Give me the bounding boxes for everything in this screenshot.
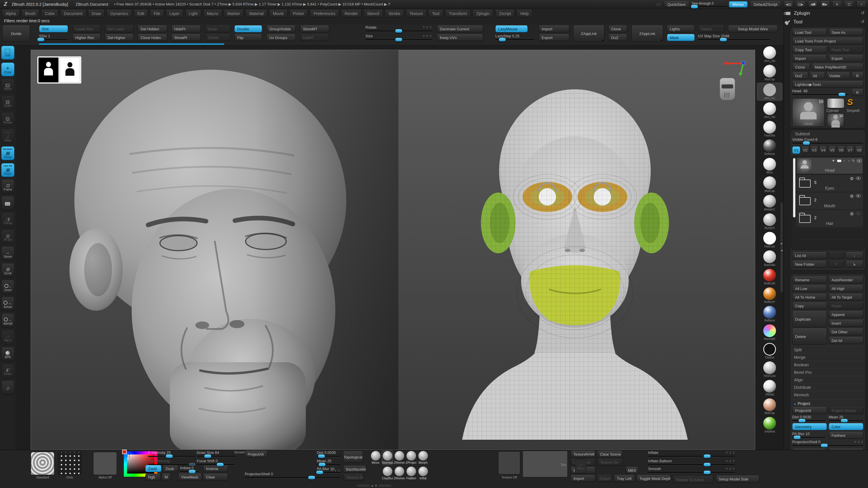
uv-map-size-slider[interactable]: UV Map Size 2048 (698, 34, 770, 40)
clear-scene-button[interactable]: Clear Scene (597, 451, 623, 458)
divide-button[interactable]: Divide (2, 26, 30, 42)
save-as-button[interactable]: Save As (829, 29, 863, 36)
tool-header[interactable]: Tool ↺ (786, 19, 865, 25)
material-swatch[interactable]: JellyBea (757, 416, 782, 434)
material-swatch[interactable]: ReflectY (757, 287, 782, 304)
restore-icon[interactable] (844, 1, 854, 7)
visibility-eye-icon[interactable] (857, 159, 862, 162)
version-tab[interactable]: V4 (819, 146, 827, 154)
material-swatch[interactable]: ZMetal (757, 379, 782, 397)
clone-button[interactable]: Clone (608, 26, 627, 32)
subsection-row[interactable]: Align (790, 376, 865, 383)
brush-thumbnail[interactable]: Standar (382, 451, 393, 464)
halftone-icon[interactable]: ◐ (843, 159, 845, 163)
project-color-toggle[interactable]: Color (829, 423, 863, 430)
textureraw-button[interactable]: TextureRAW (570, 451, 595, 458)
menu-item[interactable]: Stencil (363, 10, 383, 18)
menu-item[interactable]: Brush (22, 10, 40, 18)
material-swatch[interactable]: zbro_mc (757, 83, 782, 101)
all-to-target-button[interactable]: All To Target (829, 294, 863, 301)
dock-tool-button[interactable]: Line Fill ▦ PolyF (1, 163, 14, 177)
brush-thumbnail[interactable]: Flatten (406, 466, 416, 480)
project-geometry-toggle[interactable]: Geometry (792, 423, 827, 430)
flip-button[interactable]: Flip (235, 34, 262, 41)
material-swatch[interactable]: HSVColo (757, 361, 782, 378)
cylinder-tool-thumbnail[interactable] (827, 98, 844, 108)
tray-left-button[interactable]: Tray Left (614, 475, 635, 482)
version-tab[interactable]: V8 (855, 146, 863, 154)
pa-blur-slider[interactable]: PA Blur 10 (792, 432, 825, 438)
menus-toggle[interactable]: Menus (729, 1, 748, 7)
menu-item[interactable]: Tool (428, 10, 443, 18)
bottom-pa-blur-slider[interactable]: PA Blur 10 (317, 467, 341, 473)
viewmask-button[interactable]: ViewMask (178, 474, 202, 481)
gear-icon[interactable]: ⚙ (850, 194, 854, 199)
del-lower-button[interactable]: Del Lower (105, 26, 134, 32)
see-through-thumb[interactable] (691, 5, 698, 8)
export-button[interactable]: Export (539, 34, 569, 41)
mask-clear-button[interactable]: Clear (203, 474, 228, 481)
subsection-row[interactable]: Merge (790, 353, 865, 361)
load-tools-from-project-button[interactable]: Load Tools From Project (792, 38, 863, 44)
material-swatch[interactable]: NormalR (757, 324, 782, 341)
m-button[interactable]: M (162, 474, 170, 481)
brush-thumbnail[interactable]: ZRemes (394, 466, 404, 480)
smooth-slider[interactable]: Smoothx y z (648, 467, 735, 473)
divider-bars-left-icon[interactable]: ◀|||| (783, 1, 793, 7)
menu-item[interactable]: Render (341, 10, 362, 18)
project-history-button[interactable]: Project History (829, 407, 863, 414)
current-brush-thumbnail[interactable] (31, 452, 54, 475)
repeat-to-active-button[interactable]: Repeat To Active (673, 476, 713, 483)
material-swatch[interactable]: FlatColo (757, 231, 782, 249)
project-section-row[interactable]: ●Project (790, 399, 865, 407)
subtool-item-head[interactable]: ▼ ◐ ◑ ✎ Head (796, 157, 863, 174)
draw-size-slider[interactable]: Draw Size 64 (197, 451, 235, 457)
dock-tool-button[interactable]: M Move (1, 79, 14, 93)
subtool-folder-row[interactable]: 5 ⚙ Eyes (796, 175, 863, 192)
groupvisible-button[interactable]: GroupVisible (267, 26, 296, 32)
stroke-thumbnail[interactable] (58, 452, 82, 475)
bottom-tray-scrollbar[interactable]: ▲▼ (357, 484, 392, 487)
rgb-intensity-slider[interactable]: Rgb Intensity (148, 459, 195, 465)
folder-eye-icon[interactable] (856, 176, 861, 180)
uv-groups-button[interactable]: Uv Groups (267, 34, 296, 41)
flip-v-button[interactable]: ↓↑Flip V (575, 459, 587, 473)
zplugin-refresh-icon[interactable]: ↺ (861, 10, 865, 15)
menu-item[interactable]: Stroke (385, 10, 404, 18)
visible-count-slider[interactable]: Visible Count 6 (792, 138, 863, 144)
menu-item[interactable]: Color (41, 10, 58, 18)
menu-item[interactable]: Dynamics (106, 10, 132, 18)
menu-item[interactable]: Macro (203, 10, 222, 18)
lower-res-button[interactable]: Lower Res (72, 26, 101, 32)
bottom-projection-shell-slider[interactable]: ProjectionShell 0x y z (245, 472, 340, 478)
dock-tool-button[interactable]: + Draw (1, 62, 14, 76)
menu-item[interactable]: Zscript (495, 10, 515, 18)
zapplink-projection-button[interactable]: ZAppLink (631, 26, 663, 42)
inverse-button[interactable]: Inverse (203, 465, 228, 472)
head-r-button[interactable]: R (851, 89, 863, 96)
projectall-button[interactable]: ProjectAll (792, 407, 827, 414)
lazystep-slider[interactable]: LazyStep 0.25 (495, 34, 534, 40)
paint-icon[interactable]: ✎ (852, 159, 855, 163)
copy-button[interactable]: Copy (792, 302, 827, 310)
keep-uvs-button[interactable]: Keep UVs (437, 34, 483, 41)
dock-tool-button[interactable]: ▭ AAHalf (1, 314, 14, 328)
brush-thumbnail[interactable]: Morph (418, 451, 428, 464)
subtool-folder-row[interactable]: 2 ⚙ Mouth (796, 193, 863, 209)
all-high-button[interactable]: All High (829, 285, 863, 292)
inflate-balloon-slider[interactable]: Inflate Balloonx y z (648, 459, 735, 465)
menu-item[interactable]: Preferences (310, 10, 339, 18)
material-swatch[interactable]: Blinn (757, 157, 782, 174)
lights-button[interactable]: Lights (667, 26, 695, 32)
dock-tool-button[interactable]: ⊡ Frame (1, 180, 14, 194)
higher-res-button[interactable]: Higher Res (72, 34, 101, 41)
size-slider[interactable]: Sizex y z (365, 34, 432, 40)
del-other-button[interactable]: Del Other (829, 328, 863, 335)
head-history-thumbnail[interactable]: 10 Head (827, 113, 844, 127)
goz-button[interactable]: GoZ (792, 72, 808, 79)
z-intensity-slider[interactable]: Z Intensity 25 (148, 451, 195, 457)
zadd-toggle[interactable]: Zadd (145, 465, 161, 472)
projection-shell-slider[interactable]: ProjectionShell 0x y z (792, 440, 863, 446)
goz-visible-button[interactable]: Visible (826, 72, 850, 79)
alpha-thumbnail[interactable] (93, 452, 117, 475)
